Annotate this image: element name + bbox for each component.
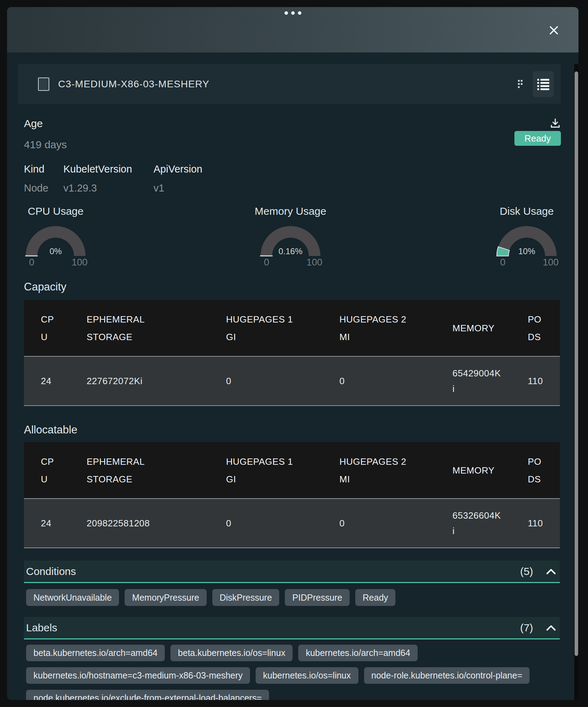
column-header: CPU <box>24 442 70 499</box>
node-header-card: C3-MEDIUM-X86-03-MESHERY <box>18 64 561 104</box>
label-chip[interactable]: node.kubernetes.io/exclude-from-external… <box>26 690 269 700</box>
condition-chip[interactable]: MemoryPressure <box>125 589 206 606</box>
table-cell: 110 <box>511 356 560 406</box>
gauge-value: 0.16% <box>248 246 333 256</box>
gauge-max-label: 100 <box>543 257 558 268</box>
table-cell: 24 <box>24 499 70 548</box>
allocatable-heading: Allocatable <box>24 424 561 436</box>
age-value: 419 days <box>24 139 67 151</box>
gauge-max-label: 100 <box>306 257 322 268</box>
age-label: Age <box>24 118 67 130</box>
table-cell: 0 <box>323 499 436 548</box>
gauge-title: Disk Usage <box>484 205 569 218</box>
meta-field-value: Node <box>24 182 63 194</box>
scrollbar-track[interactable] <box>574 64 578 700</box>
meta-field-value: v1 <box>154 182 202 194</box>
label-chip[interactable]: kubernetes.io/os=linux <box>256 667 358 684</box>
drag-handle-dots-icon[interactable] <box>284 11 301 15</box>
age-block: Age 419 days <box>24 118 67 151</box>
gauge-min-label: 0 <box>500 257 505 268</box>
gauge-value: 0% <box>13 246 98 256</box>
label-chip[interactable]: kubernetes.io/hostname=c3-medium-x86-03-… <box>26 667 250 684</box>
meta-field-label: ApiVersion <box>154 163 202 175</box>
gauge-ticks: 0100 <box>13 257 98 268</box>
table-cell: 65429004Ki <box>436 356 511 406</box>
table-cell: 0 <box>209 499 323 548</box>
detailed-list-view-button[interactable] <box>533 71 554 97</box>
column-header: HUGEPAGES 2 MI <box>323 442 436 499</box>
kind-version-row: KindNodeKubeletVersionv1.29.3ApiVersionv… <box>24 163 561 194</box>
usage-gauge: Memory Usage0.16%0100 <box>248 205 333 268</box>
column-header: EPHEMERAL STORAGE <box>70 442 209 499</box>
condition-chip[interactable]: NetworkUnavailable <box>26 589 119 606</box>
labels-chip-list: beta.kubernetes.io/arch=amd64beta.kubern… <box>26 645 561 700</box>
gauge-arc: 10% <box>484 218 569 257</box>
list-view-icon <box>536 77 550 91</box>
gauge-ticks: 0100 <box>484 257 569 268</box>
node-details-modal: C3-MEDIUM-X86-03-MESHERY <box>7 7 578 700</box>
meta-field-value: v1.29.3 <box>63 182 154 194</box>
table-header-row: CPUEPHEMERAL STORAGEHUGEPAGES 1 GIHUGEPA… <box>24 300 560 356</box>
gauge-min-label: 0 <box>264 257 269 268</box>
condition-chip[interactable]: PIDPressure <box>285 589 350 606</box>
scrollbar-thumb[interactable] <box>575 71 578 656</box>
modal-content: C3-MEDIUM-X86-03-MESHERY <box>7 64 578 700</box>
table-cell: 110 <box>511 499 560 548</box>
conditions-accordion-header[interactable]: Conditions (5) <box>24 561 560 583</box>
meta-row: Age 419 days Ready <box>24 118 561 151</box>
compact-list-view-icon[interactable] <box>517 79 526 89</box>
gauge-arc: 0.16% <box>248 218 333 257</box>
download-icon[interactable] <box>550 118 561 129</box>
column-header: HUGEPAGES 1 GI <box>209 442 323 499</box>
node-title: C3-MEDIUM-X86-03-MESHERY <box>58 79 209 90</box>
gauge-title: CPU Usage <box>13 205 98 218</box>
conditions-chip-list: NetworkUnavailableMemoryPressureDiskPres… <box>26 589 561 606</box>
label-chip[interactable]: beta.kubernetes.io/os=linux <box>170 645 293 661</box>
gauge-min-label: 0 <box>29 257 34 268</box>
meta-field: ApiVersionv1 <box>154 163 202 194</box>
labels-heading: Labels <box>26 622 57 634</box>
gauge-value: 10% <box>484 246 569 256</box>
table-cell: 24 <box>24 356 70 406</box>
label-chip[interactable]: beta.kubernetes.io/arch=amd64 <box>26 645 165 661</box>
gauge-max-label: 100 <box>71 257 87 268</box>
status-badge: Ready <box>514 131 561 146</box>
gauge-ticks: 0100 <box>248 257 333 268</box>
column-header: MEMORY <box>436 442 511 499</box>
table-row: 24227672072Ki0065429004Ki110 <box>24 356 560 406</box>
gauge-title: Memory Usage <box>248 205 333 218</box>
labels-count: (7) <box>520 622 533 634</box>
allocatable-table: CPUEPHEMERAL STORAGEHUGEPAGES 1 GIHUGEPA… <box>24 442 560 548</box>
condition-chip[interactable]: DiskPressure <box>212 589 280 606</box>
column-header: PODS <box>511 300 560 356</box>
node-select-checkbox[interactable] <box>38 77 49 91</box>
meta-field: KindNode <box>24 163 63 194</box>
usage-gauge: CPU Usage0%0100 <box>13 205 98 268</box>
conditions-heading: Conditions <box>26 565 76 577</box>
meta-field-label: KubeletVersion <box>63 163 154 175</box>
close-icon[interactable] <box>548 25 559 36</box>
column-header: EPHEMERAL STORAGE <box>70 300 209 356</box>
capacity-heading: Capacity <box>24 281 561 293</box>
capacity-table: CPUEPHEMERAL STORAGEHUGEPAGES 1 GIHUGEPA… <box>24 300 560 406</box>
label-chip[interactable]: kubernetes.io/arch=amd64 <box>298 645 418 661</box>
label-chip[interactable]: node-role.kubernetes.io/control-plane= <box>364 667 530 684</box>
chevron-up-icon <box>546 625 556 631</box>
modal-titlebar <box>7 7 578 52</box>
column-header: HUGEPAGES 1 GI <box>209 300 323 356</box>
meta-field: KubeletVersionv1.29.3 <box>63 163 154 194</box>
table-cell: 227672072Ki <box>70 356 209 406</box>
usage-gauges: CPU Usage0%0100Memory Usage0.16%0100Disk… <box>24 205 561 267</box>
table-row: 242098225812080065326604Ki110 <box>24 499 560 548</box>
table-cell: 209822581208 <box>70 499 209 548</box>
table-cell: 0 <box>323 356 436 406</box>
table-header-row: CPUEPHEMERAL STORAGEHUGEPAGES 1 GIHUGEPA… <box>24 442 560 499</box>
usage-gauge: Disk Usage10%0100 <box>484 205 569 268</box>
table-cell: 0 <box>209 356 323 406</box>
column-header: HUGEPAGES 2 MI <box>323 300 436 356</box>
column-header: MEMORY <box>436 300 511 356</box>
conditions-count: (5) <box>520 565 533 577</box>
labels-accordion-header[interactable]: Labels (7) <box>24 617 560 639</box>
meta-field-label: Kind <box>24 163 63 175</box>
condition-chip[interactable]: Ready <box>355 589 395 606</box>
